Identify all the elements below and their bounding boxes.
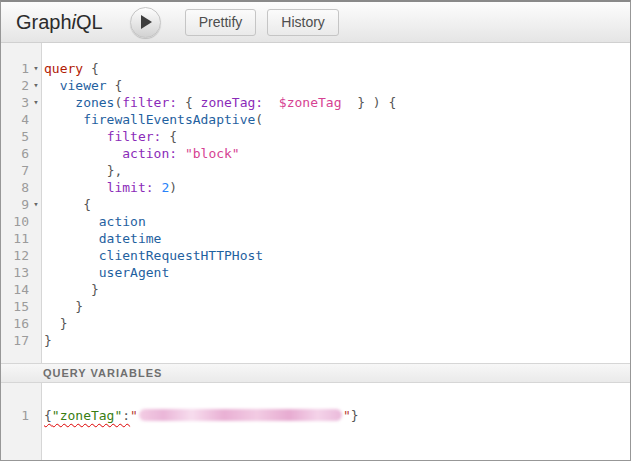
code-line: 3▾ zones(filter: { zoneTag: $zoneTag } )… [1, 94, 630, 111]
code-line: 4 firewallEventsAdaptive( [1, 111, 630, 128]
code-line: 12 clientRequestHTTPHost [1, 247, 630, 264]
token: } [351, 408, 359, 423]
line-number: 7 [1, 162, 29, 179]
code-text: query { [43, 60, 99, 77]
token: limit: [107, 180, 154, 195]
code-line: 6 action: "block" [1, 145, 630, 162]
execute-button[interactable] [130, 7, 161, 38]
code-line: 14 } [1, 281, 630, 298]
token [44, 78, 60, 93]
token: zoneTag: [201, 95, 264, 110]
token: "zoneTag" [52, 408, 122, 423]
token [44, 299, 75, 314]
code-line: 10 action [1, 213, 630, 230]
code-text: userAgent [43, 264, 169, 281]
fold-arrow-icon[interactable]: ▾ [29, 77, 43, 94]
play-icon [141, 15, 152, 29]
token: clientRequestHTTPHost [99, 248, 263, 263]
line-number: 3 [1, 94, 29, 111]
prettify-button[interactable]: Prettify [185, 9, 257, 36]
token: } [91, 282, 99, 297]
code-text: filter: { [43, 128, 177, 145]
logo-text-pre: Graph [16, 11, 72, 33]
token: : [122, 408, 130, 423]
token: ) [169, 180, 177, 195]
fold-spacer [29, 230, 43, 247]
query-editor[interactable]: 1▾query {2▾ viewer {3▾ zones(filter: { z… [1, 43, 630, 363]
token [44, 248, 99, 263]
token: action [99, 214, 146, 229]
token: filter: [122, 95, 177, 110]
code-line: 7 }, [1, 162, 630, 179]
token: } [60, 316, 68, 331]
line-number: 13 [1, 264, 29, 281]
query-variables-header[interactable]: QUERY VARIABLES [1, 363, 630, 383]
token: userAgent [99, 265, 169, 280]
token [44, 129, 107, 144]
fold-spacer [29, 128, 43, 145]
token: { [185, 95, 193, 110]
token [44, 112, 83, 127]
token [365, 95, 373, 110]
fold-spacer [29, 111, 43, 128]
logo-text-post: QL [76, 11, 103, 33]
fold-spacer [29, 247, 43, 264]
line-number: 12 [1, 247, 29, 264]
code-line: 17} [1, 332, 630, 349]
token [44, 282, 91, 297]
fold-arrow-icon[interactable]: ▾ [29, 94, 43, 111]
code-line: 11 datetime [1, 230, 630, 247]
fold-spacer [29, 145, 43, 162]
code-text: viewer { [43, 77, 122, 94]
fold-spacer [29, 281, 43, 298]
line-number: 6 [1, 145, 29, 162]
history-button[interactable]: History [267, 9, 339, 36]
line-number: 17 [1, 332, 29, 349]
token: } [75, 299, 83, 314]
token [177, 95, 185, 110]
code-text: {"zoneTag":""} [43, 407, 359, 424]
token: { [91, 61, 99, 76]
line-number: 11 [1, 230, 29, 247]
line-number: 1 [1, 407, 29, 424]
token [44, 231, 99, 246]
fold-arrow-icon[interactable]: ▾ [29, 60, 43, 77]
line-number: 5 [1, 128, 29, 145]
token: }, [107, 163, 123, 178]
token: zones [75, 95, 114, 110]
graphiql-window: GraphiQL Prettify History 1▾query {2▾ vi… [0, 0, 631, 461]
fold-arrow-icon[interactable]: ▾ [29, 196, 43, 213]
token [193, 95, 201, 110]
fold-spacer [29, 332, 43, 349]
code-line: 16 } [1, 315, 630, 332]
token: firewallEventsAdaptive [83, 112, 255, 127]
code-text: } [43, 332, 52, 349]
code-line: 8 limit: 2) [1, 179, 630, 196]
line-number: 16 [1, 315, 29, 332]
code-line: 13 userAgent [1, 264, 630, 281]
fold-spacer [29, 407, 43, 424]
token: { [44, 408, 52, 423]
code-text: action [43, 213, 146, 230]
fold-spacer [29, 162, 43, 179]
token: action: [122, 146, 177, 161]
fold-spacer [29, 264, 43, 281]
token: query [44, 61, 83, 76]
token: { [114, 78, 122, 93]
query-editor-lines: 1▾query {2▾ viewer {3▾ zones(filter: { z… [1, 60, 630, 349]
token [44, 214, 99, 229]
fold-spacer [29, 315, 43, 332]
token: $zoneTag [279, 95, 342, 110]
line-number: 4 [1, 111, 29, 128]
code-text: } [43, 298, 83, 315]
variables-editor[interactable]: 1{"zoneTag":""} [1, 383, 630, 460]
token: { [169, 129, 177, 144]
token [44, 316, 60, 331]
token [44, 197, 83, 212]
redacted-value [139, 409, 342, 421]
query-variables-title: QUERY VARIABLES [43, 367, 162, 379]
line-number: 15 [1, 298, 29, 315]
variables-editor-lines: 1{"zoneTag":""} [1, 407, 630, 424]
code-line: 5 filter: { [1, 128, 630, 145]
code-text: { [43, 196, 91, 213]
